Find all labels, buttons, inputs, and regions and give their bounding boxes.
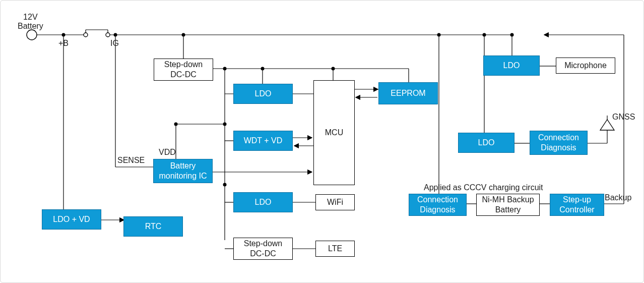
rtc: RTC — [123, 216, 183, 237]
microphone: Microphone — [556, 58, 615, 74]
gnss-label: GNSS — [612, 112, 635, 122]
svg-point-14 — [182, 33, 185, 37]
battery-12v-label: 12V Battery — [18, 13, 43, 31]
plus-b-label: +B — [58, 39, 69, 48]
connection-diagnosis-battery: Connection Diagnosis — [409, 194, 467, 216]
svg-point-3 — [84, 33, 88, 37]
wifi: WiFi — [315, 194, 355, 210]
svg-point-35 — [174, 123, 178, 126]
svg-point-11 — [114, 33, 117, 37]
svg-point-45 — [483, 33, 486, 37]
lte: LTE — [315, 241, 355, 257]
ldo-microphone: LDO — [483, 55, 540, 76]
cccv-label: Applied as CCCV charging circuit — [424, 183, 543, 192]
connection-diagnosis-gnss: Connection Diagnosis — [530, 131, 588, 155]
battery-monitoring-ic: Battery monitoring IC — [153, 159, 213, 183]
ldo-wifi: LDO — [233, 192, 293, 212]
svg-point-20 — [223, 183, 227, 187]
step-up-controller: Step-up Controller — [550, 194, 604, 216]
backup-label: Backup — [605, 193, 631, 202]
eeprom: EEPROM — [378, 82, 438, 104]
sense-label: SENSE — [117, 156, 145, 165]
block-diagram: 12V Battery +B IG SENSE VDD Applied as C… — [0, 0, 644, 283]
svg-point-0 — [27, 30, 37, 40]
svg-point-19 — [223, 123, 227, 126]
svg-point-27 — [332, 67, 335, 71]
vdd-label: VDD — [159, 148, 176, 157]
step-down-dc-dc-1: Step-down DC-DC — [154, 59, 213, 81]
svg-point-8 — [62, 33, 66, 37]
step-down-dc-dc-2: Step-down DC-DC — [233, 238, 293, 260]
mcu: MCU — [313, 80, 355, 185]
ldo-gnss: LDO — [458, 133, 514, 153]
svg-point-4 — [106, 33, 110, 37]
svg-point-17 — [223, 67, 227, 71]
svg-point-43 — [437, 33, 441, 37]
svg-point-48 — [510, 33, 514, 37]
ldo-plus-vd: LDO + VD — [42, 209, 101, 230]
wdt-plus-vd: WDT + VD — [233, 131, 293, 151]
nimh-backup-battery: Ni-MH Backup Battery — [476, 194, 540, 216]
svg-point-25 — [261, 67, 265, 71]
ldo-mcu: LDO — [233, 84, 293, 104]
ig-label: IG — [110, 39, 119, 48]
